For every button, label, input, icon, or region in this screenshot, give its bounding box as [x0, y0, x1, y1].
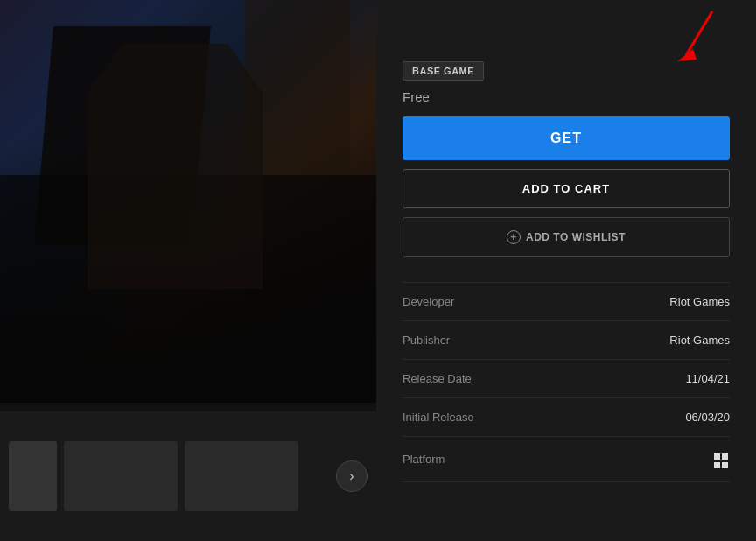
thumbnail-2[interactable] [64, 441, 178, 511]
publisher-label: Publisher [402, 334, 450, 347]
platform-icon-value [714, 449, 730, 469]
developer-label: Developer [402, 295, 454, 308]
windows-icon [714, 453, 730, 469]
developer-row: Developer Riot Games [402, 283, 730, 321]
main-game-screenshot [0, 0, 376, 403]
publisher-value: Riot Games [669, 334, 730, 347]
plus-circle-icon: + [507, 230, 521, 244]
get-button[interactable]: GET [402, 116, 730, 160]
win-square-br [722, 462, 728, 468]
developer-value: Riot Games [669, 295, 730, 308]
product-details-table: Developer Riot Games Publisher Riot Game… [402, 282, 730, 482]
release-date-row: Release Date 11/04/21 [402, 360, 730, 398]
win-square-tl [714, 453, 720, 460]
game-image-panel: › [0, 0, 376, 541]
wishlist-label: ADD TO WISHLIST [526, 231, 626, 243]
bg-element-3 [0, 175, 376, 403]
thumbnail-1[interactable] [9, 441, 57, 511]
initial-release-label: Initial Release [402, 411, 474, 424]
add-to-cart-button[interactable]: ADD TO CART [402, 169, 730, 208]
initial-release-value: 06/03/20 [685, 411, 730, 424]
bg-element-2 [245, 0, 350, 175]
thumbnail-row: › [0, 411, 376, 541]
release-date-value: 11/04/21 [685, 372, 730, 385]
add-to-wishlist-button[interactable]: + ADD TO WISHLIST [402, 217, 730, 257]
price-display: Free [402, 89, 730, 104]
publisher-row: Publisher Riot Games [402, 321, 730, 360]
win-square-tr [722, 453, 728, 460]
next-button[interactable]: › [336, 460, 368, 492]
svg-line-0 [686, 11, 712, 55]
platform-row: Platform [402, 437, 730, 482]
win-square-bl [714, 462, 720, 468]
arrow-annotation [651, 7, 721, 68]
product-info-panel: BASE GAME Free GET ADD TO CART + ADD TO … [376, 0, 756, 541]
initial-release-row: Initial Release 06/03/20 [402, 398, 730, 437]
thumbnail-3[interactable] [185, 441, 298, 511]
svg-marker-1 [677, 49, 696, 61]
platform-label: Platform [402, 453, 444, 466]
release-date-label: Release Date [402, 372, 472, 385]
base-game-badge: BASE GAME [402, 61, 484, 81]
